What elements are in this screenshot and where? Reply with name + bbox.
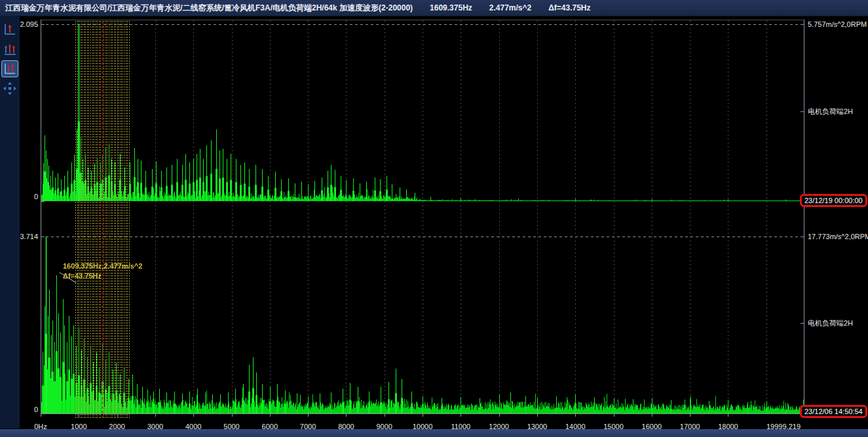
harmonic-cursor-button[interactable]	[1, 60, 18, 77]
full-scale-label-bottom: 17.773m/s^2,0RPM	[808, 233, 868, 241]
channel-label-bottom: 电机负荷端2H	[808, 319, 853, 328]
delta-f-readout: Δf=43.75Hz	[548, 3, 590, 12]
harmonic-cursor-icon	[3, 62, 17, 76]
full-scale-label-top: 5.757m/s^2,0RPM	[808, 20, 867, 29]
cursor-annotation: 1609.375Hz,2.477m/s^2 Δf=43.75Hz	[63, 261, 142, 281]
y-axis-max-label-top: 2.095	[0, 20, 38, 29]
cursor-annotation-delta: Δf=43.75Hz	[63, 271, 142, 281]
spectrum-canvas[interactable]	[41, 20, 804, 422]
timestamp-marker-bottom[interactable]: 23/12/06 14:50:54	[800, 405, 867, 418]
left-toolbar	[0, 16, 20, 428]
measurement-path: 江西瑞金万年青水泥有限公司/江西瑞金万年青水泥/二线窑系统/篦冷风机F3A/电机…	[5, 3, 413, 14]
y-axis-zero-label-bottom: 0	[0, 406, 38, 414]
cursor-amplitude-readout: 2.477m/s^2	[489, 3, 531, 12]
timestamp-marker-top[interactable]: 23/12/19 00:00:00	[800, 194, 867, 207]
y-axis-zero-label-top: 0	[0, 193, 38, 201]
cursor-frequency-readout: 1609.375Hz	[430, 3, 472, 12]
y-axis-max-label-bottom: 3.714	[0, 233, 38, 241]
title-bar: 江西瑞金万年青水泥有限公司/江西瑞金万年青水泥/二线窑系统/篦冷风机F3A/电机…	[0, 0, 868, 16]
cursor-annotation-readout: 1609.375Hz,2.477m/s^2	[63, 261, 142, 271]
channel-label-top: 电机负荷端2H	[808, 107, 853, 116]
vibration-analyzer-window: 江西瑞金万年青水泥有限公司/江西瑞金万年青水泥/二线窑系统/篦冷风机F3A/电机…	[0, 0, 868, 437]
multi-cursor-button[interactable]	[1, 41, 18, 58]
pan-button[interactable]	[1, 80, 18, 97]
bottom-strip	[0, 429, 868, 437]
pan-icon	[3, 81, 17, 96]
multi-cursor-icon	[3, 42, 17, 56]
